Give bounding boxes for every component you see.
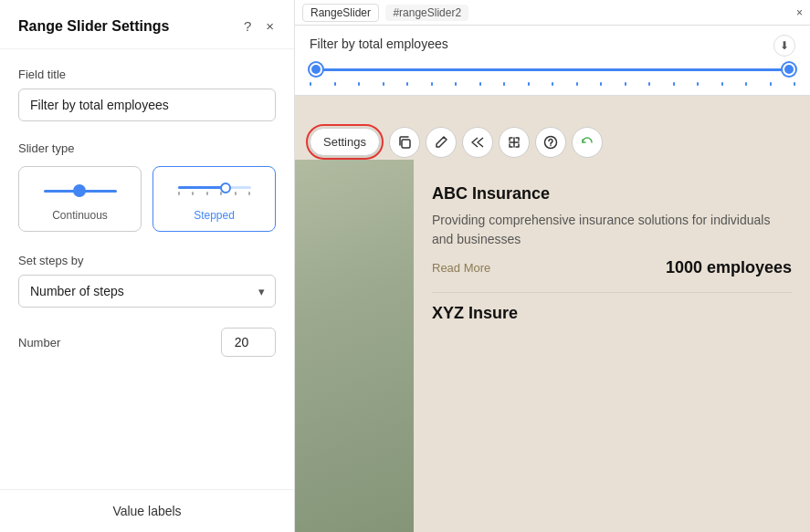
svg-point-1 xyxy=(544,136,556,148)
range-track-container[interactable] xyxy=(310,60,795,78)
stepped-label: Stepped xyxy=(194,209,235,222)
copy-icon-button[interactable] xyxy=(389,127,420,158)
svg-point-2 xyxy=(550,144,552,146)
number-input[interactable] xyxy=(221,328,276,357)
read-more-link-1[interactable]: Read More xyxy=(432,261,490,275)
panel-footer: Value labels xyxy=(0,489,294,532)
value-labels-button[interactable]: Value labels xyxy=(18,504,276,518)
stepped-ticks xyxy=(178,192,251,195)
widget-title: Filter by total employees xyxy=(310,37,795,51)
resize-icon-button[interactable] xyxy=(499,127,530,158)
stepped-thumb xyxy=(220,183,231,193)
breadcrumb-bar: RangeSlider #rangeSlider2 × xyxy=(295,0,810,26)
copy-icon xyxy=(397,135,412,150)
range-track xyxy=(310,68,795,71)
panel-header: Range Slider Settings ? × xyxy=(0,0,294,49)
field-title-input[interactable] xyxy=(18,89,276,121)
set-steps-select[interactable]: Number of steps Step size xyxy=(18,275,276,308)
employee-count-1: 1000 employees xyxy=(666,258,792,277)
settings-highlight: Settings xyxy=(306,124,384,160)
panel-header-icons: ? × xyxy=(242,16,276,36)
slider-thumb xyxy=(73,184,86,197)
slider-type-row: Continuous xyxy=(18,166,276,232)
range-slider-widget: Filter by total employees ⬇ xyxy=(295,26,810,96)
settings-panel: Range Slider Settings ? × Field title Sl… xyxy=(0,0,295,532)
breadcrumb-rangeslider[interactable]: RangeSlider xyxy=(302,4,379,22)
breadcrumb-close-button[interactable]: × xyxy=(796,6,803,19)
range-ticks xyxy=(310,82,795,86)
download-button[interactable]: ⬇ xyxy=(773,35,795,57)
field-title-label: Field title xyxy=(18,68,276,81)
set-steps-label: Set steps by xyxy=(18,254,276,267)
card-content-area: ABC Insurance Providing comprehensive in… xyxy=(414,155,810,532)
help-icon xyxy=(543,135,558,150)
company-name-2: XYZ Insure xyxy=(432,304,792,323)
help-icon-button[interactable] xyxy=(535,127,566,158)
stepped-visual xyxy=(178,180,251,202)
stepped-track-fill xyxy=(178,186,222,189)
breadcrumb-id[interactable]: #rangeSlider2 xyxy=(385,5,468,21)
help-icon-button[interactable]: ? xyxy=(242,16,253,36)
edit-icon-button[interactable] xyxy=(426,127,457,158)
stepped-track xyxy=(178,186,251,189)
close-panel-button[interactable]: × xyxy=(264,16,276,36)
set-steps-select-wrapper: Number of steps Step size ▾ xyxy=(18,275,276,308)
range-handle-left[interactable] xyxy=(310,63,322,76)
card-bg-image xyxy=(295,160,414,532)
slider-track xyxy=(44,190,117,193)
company-name-1: ABC Insurance xyxy=(432,184,792,203)
number-row: Number xyxy=(18,328,276,357)
settings-button[interactable]: Settings xyxy=(310,128,380,156)
company-footer-1: Read More 1000 employees xyxy=(432,258,792,277)
slider-option-continuous[interactable]: Continuous xyxy=(18,166,142,232)
panel-title: Range Slider Settings xyxy=(18,18,169,35)
breadcrumb-sep xyxy=(381,6,384,19)
continuous-label: Continuous xyxy=(52,209,108,222)
refresh-icon-button[interactable] xyxy=(572,127,603,158)
range-handle-right[interactable] xyxy=(783,63,795,76)
refresh-icon xyxy=(580,135,594,150)
canvas-content: RangeSlider #rangeSlider2 × Filter by to… xyxy=(295,0,810,532)
company-desc-1: Providing comprehensive insurance soluti… xyxy=(432,211,792,249)
rewind-icon-button[interactable] xyxy=(462,127,493,158)
stepped-track-area xyxy=(178,186,251,189)
panel-body: Field title Slider type Continuous xyxy=(0,49,294,397)
widget-toolbar: Settings xyxy=(295,117,614,167)
edit-icon xyxy=(434,135,448,150)
slider-option-stepped[interactable]: Stepped xyxy=(153,166,276,232)
rewind-icon xyxy=(470,135,485,150)
number-label: Number xyxy=(18,336,60,349)
continuous-visual xyxy=(44,180,117,202)
svg-rect-0 xyxy=(402,140,410,148)
resize-icon xyxy=(507,135,521,150)
company-card-1: ABC Insurance Providing comprehensive in… xyxy=(432,170,792,293)
slider-type-label: Slider type xyxy=(18,141,276,155)
company-card-2: XYZ Insure xyxy=(432,304,792,323)
download-area: ⬇ xyxy=(773,35,795,57)
